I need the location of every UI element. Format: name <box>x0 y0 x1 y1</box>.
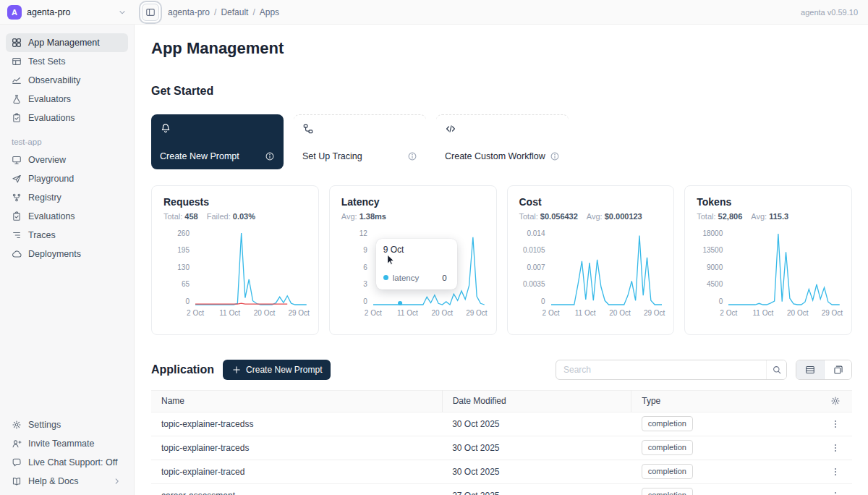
row-menu-button[interactable] <box>829 465 842 478</box>
sidebar-item-traces[interactable]: Traces <box>6 226 128 245</box>
sidebar-item-test-sets[interactable]: Test Sets <box>6 52 128 71</box>
workspace-selector[interactable]: A agenta-pro <box>0 5 135 20</box>
table-row[interactable]: topic-explainer-traced30 Oct 2025complet… <box>151 460 852 483</box>
mouse-cursor-icon <box>386 254 396 265</box>
x-axis-labels: 2 Oct11 Oct20 Oct29 Oct <box>195 306 307 318</box>
get-started-cards: Create New PromptSet Up TracingCreate Cu… <box>151 114 852 169</box>
column-header-type: Type <box>631 390 800 412</box>
code-icon <box>445 123 456 135</box>
plus-icon <box>231 365 242 375</box>
sidebar-item-label: Registry <box>28 192 61 203</box>
x-axis-labels: 2 Oct11 Oct20 Oct29 Oct <box>373 306 485 318</box>
get-started-card-set-up-tracing[interactable]: Set Up Tracing <box>294 114 426 169</box>
application-header-row: Application Create New Prompt <box>151 360 852 380</box>
sidebar-item-live-chat-support-off[interactable]: Live Chat Support: Off <box>6 453 128 472</box>
page-title: App Management <box>151 39 852 58</box>
grid-icon <box>12 38 22 48</box>
version-label: agenta v0.59.10 <box>801 8 858 17</box>
stat-card-latency: LatencyAvg: 1.38ms1296302 Oct11 Oct20 Oc… <box>329 185 497 335</box>
stat-cards: RequestsTotal: 458Failed: 0.03%260195130… <box>151 185 852 335</box>
x-axis-labels: 2 Oct11 Oct20 Oct29 Oct <box>728 306 840 318</box>
sidebar-item-label: Test Sets <box>28 56 65 67</box>
y-axis-labels: 1800013500900045000 <box>697 230 723 306</box>
sidebar-item-label: Traces <box>28 230 56 240</box>
y-axis-labels: 260195130650 <box>163 230 190 306</box>
type-badge: completion <box>642 416 693 431</box>
tooltip-series: latency <box>393 274 419 282</box>
get-started-heading: Get Started <box>151 84 852 98</box>
view-toggle <box>796 360 852 380</box>
card-label: Create Custom Workflow <box>445 151 545 161</box>
card-view-button[interactable] <box>824 360 851 379</box>
create-new-prompt-button[interactable]: Create New Prompt <box>223 360 331 380</box>
chat-icon <box>12 457 22 468</box>
sidebar-item-label: Playground <box>28 174 74 184</box>
app-date-modified: 27 Oct 2025 <box>442 483 631 495</box>
table-view-button[interactable] <box>796 360 824 379</box>
sidebar-item-settings[interactable]: Settings <box>6 415 128 434</box>
sidebar-footer-nav: SettingsInvite TeammateLive Chat Support… <box>6 415 128 491</box>
tooltip-date: 9 Oct <box>383 245 450 255</box>
breadcrumb-item[interactable]: Default <box>221 7 248 17</box>
get-started-card-create-custom-workflow[interactable]: Create Custom Workflow <box>436 114 569 169</box>
table-settings-button[interactable] <box>829 394 842 407</box>
more-options-icon <box>830 467 841 477</box>
cost-chart[interactable] <box>551 230 663 306</box>
row-menu-button[interactable] <box>829 441 842 454</box>
row-menu-button[interactable] <box>829 489 842 495</box>
sidebar-item-evaluations[interactable]: Evaluations <box>6 109 128 127</box>
sidebar-item-deployments[interactable]: Deployments <box>6 245 128 263</box>
row-menu-button[interactable] <box>829 418 842 431</box>
plane-icon <box>12 174 22 184</box>
table-row[interactable]: topic-explainer-tracedss30 Oct 2025compl… <box>151 412 852 436</box>
gear-icon <box>830 396 841 406</box>
sidebar-item-observability[interactable]: Observability <box>6 71 128 90</box>
breadcrumb-item[interactable]: Apps <box>260 7 279 17</box>
sidebar-item-registry[interactable]: Registry <box>6 188 128 207</box>
stat-card-tokens: TokensTotal: 52,806Avg: 115.318000135009… <box>684 185 852 335</box>
get-started-card-create-new-prompt[interactable]: Create New Prompt <box>151 114 284 169</box>
sidebar-item-help-docs[interactable]: Help & Docs <box>6 472 128 491</box>
sidebar-item-label: Evaluations <box>28 113 75 123</box>
sidebar-item-playground[interactable]: Playground <box>6 169 128 188</box>
app-root: A agenta-pro agenta-pro/Default/Apps age… <box>0 0 868 495</box>
stat-card-title: Latency <box>341 196 485 208</box>
sidebar-item-evaluators[interactable]: Evaluators <box>6 90 128 109</box>
table-icon <box>12 56 22 67</box>
sidebar-toggle-button[interactable] <box>142 4 159 21</box>
chart-icon <box>12 75 22 85</box>
tokens-chart[interactable] <box>728 230 840 306</box>
fork-icon <box>12 192 22 203</box>
card-label: Set Up Tracing <box>302 151 362 161</box>
chevron-right-icon <box>112 476 122 486</box>
stat-card-title: Cost <box>519 196 663 208</box>
monitor-icon <box>12 155 22 165</box>
app-name: career-assessment <box>151 483 442 495</box>
search-button[interactable] <box>766 360 786 379</box>
sidebar-item-invite-teammate[interactable]: Invite Teammate <box>6 434 128 453</box>
stat-card-title: Requests <box>163 196 307 208</box>
search-input[interactable] <box>556 365 766 375</box>
column-header-name: Name <box>151 390 442 412</box>
sidebar-item-app-management[interactable]: App Management <box>6 33 128 52</box>
chevron-down-icon <box>117 7 127 17</box>
sidebar-item-label: Overview <box>28 155 66 165</box>
sidebar-app-nav: OverviewPlaygroundRegistryEvaluationsTra… <box>6 151 128 263</box>
sidebar-item-overview[interactable]: Overview <box>6 151 128 169</box>
info-icon <box>407 151 417 161</box>
breadcrumb-item[interactable]: agenta-pro <box>168 7 210 17</box>
info-icon <box>265 151 275 161</box>
table-view-icon <box>805 365 815 375</box>
search-icon <box>772 365 782 375</box>
table-row[interactable]: career-assessment27 Oct 2025completion <box>151 483 852 495</box>
table-row[interactable]: topic-explainer-traceds30 Oct 2025comple… <box>151 436 852 460</box>
stat-value: Total: $0.056432 <box>519 212 578 221</box>
clipboard-icon <box>12 211 22 221</box>
requests-chart[interactable] <box>195 230 307 306</box>
app-date-modified: 30 Oct 2025 <box>442 436 631 460</box>
sidebar-item-evaluations[interactable]: Evaluations <box>6 207 128 226</box>
workspace-name: agenta-pro <box>27 7 70 17</box>
y-axis-labels: 129630 <box>341 230 367 306</box>
type-badge: completion <box>642 464 693 478</box>
main-content: App Management Get Started Create New Pr… <box>135 25 868 495</box>
